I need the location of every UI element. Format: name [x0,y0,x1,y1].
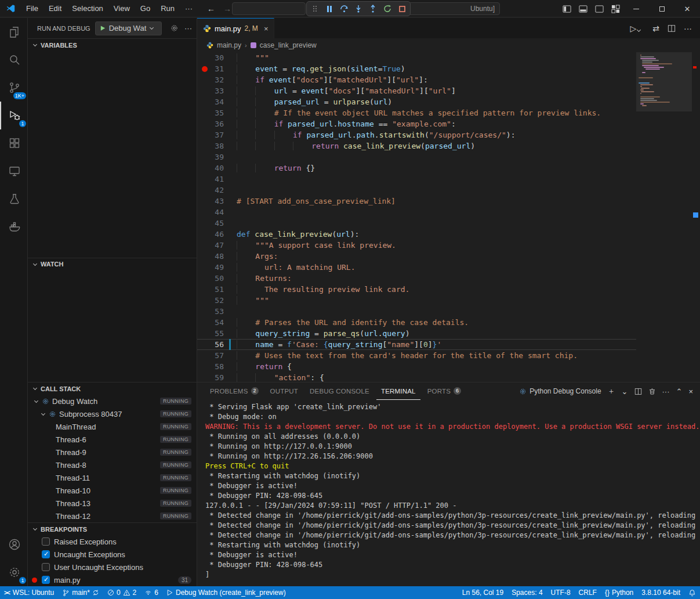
menu-edit[interactable]: Edit [43,0,67,17]
call-stack-row[interactable]: Thread-9RUNNING [28,446,197,459]
panel-tab-ports[interactable]: PORTS6 [423,383,466,400]
language-status[interactable]: {} Python [601,586,637,599]
code-line[interactable]: 48 Args: [197,251,636,262]
accounts-button[interactable] [0,531,28,558]
step-over-icon[interactable] [339,4,349,13]
panel-maximize-icon[interactable]: ⌃ [676,387,683,396]
activity-source-control[interactable]: 1K+ [0,74,28,102]
forward-icon[interactable]: → [223,4,231,13]
drag-handle-icon[interactable] [310,4,320,13]
debug-settings-gear-icon[interactable] [170,24,179,33]
activity-docker[interactable] [0,213,28,241]
tab-main-py[interactable]: main.py 2, M × [197,18,274,38]
code-line[interactable]: 31 event = req.get_json(silent=True) [197,63,636,74]
toggle-secondary-sidebar-icon[interactable] [591,0,607,17]
code-line[interactable]: 40 return {} [197,163,636,174]
code-line[interactable]: 47 """A support case link preview. [197,240,636,251]
back-icon[interactable]: ← [207,4,215,13]
code-line[interactable]: 30 """ [197,52,636,63]
breakpoint-checkbox[interactable] [42,550,50,558]
breakpoint-checkbox[interactable] [42,563,50,571]
code-line[interactable]: 35 # If the event object URL matches a s… [197,107,636,118]
code-line[interactable]: 57 # Uses the text from the card's heade… [197,350,636,361]
git-branch-status[interactable]: main* [58,586,103,599]
activity-testing[interactable] [0,185,28,213]
code-line[interactable]: 51 The resulting preview link card. [197,284,636,295]
menu-file[interactable]: File [21,0,43,17]
code-line[interactable]: 41 [197,174,636,185]
toggle-panel-icon[interactable] [575,0,591,17]
settings-button[interactable]: 1 [0,558,28,586]
activity-extensions[interactable] [0,129,28,157]
command-center-search[interactable] [232,2,306,15]
section-breakpoints[interactable]: BREAKPOINTS [28,522,197,535]
code-line[interactable]: 59 "action": { [197,372,636,382]
pause-icon[interactable] [325,4,334,13]
debug-config-dropdown[interactable]: Debug Wat [95,21,162,35]
activity-explorer[interactable] [0,18,28,46]
step-into-icon[interactable] [354,4,363,13]
terminal-dropdown-icon[interactable]: ⌄ [622,387,628,396]
code-line[interactable]: 45 [197,218,636,229]
activity-remote-explorer[interactable] [0,157,28,185]
code-line[interactable]: 32 if event["docs"]["matchedUrl"]["url"]… [197,74,636,85]
code-line[interactable]: 52 """ [197,295,636,306]
start-debug-icon[interactable] [100,25,106,31]
cursor-position[interactable]: Ln 56, Col 19 [458,586,507,599]
kill-terminal-trash-icon[interactable] [648,388,656,395]
python-interpreter-status[interactable]: 3.8.10 64-bit [637,586,684,599]
remote-indicator[interactable]: >< WSL: Ubuntu [0,586,58,599]
terminal-output[interactable]: * Serving Flask app 'create_link_preview… [197,400,700,586]
restart-icon[interactable] [383,4,392,13]
close-button[interactable]: ✕ [674,0,700,17]
code-line[interactable]: 34 parsed_url = urlparse(url) [197,96,636,107]
debug-session-status[interactable]: Debug Watch (create_link_preview) [162,586,290,599]
section-call-stack[interactable]: CALL STACK [28,382,197,395]
panel-more-icon[interactable]: ··· [662,387,670,396]
breakpoint-row[interactable]: User Uncaught Exceptions [28,561,197,573]
code-line[interactable]: 43# [START add_ons_case_preview_link] [197,196,636,207]
split-editor-icon[interactable] [668,24,676,33]
menu-more[interactable]: ··· [180,0,198,17]
code-line[interactable]: 58 return { [197,361,636,372]
section-watch[interactable]: WATCH [28,258,197,270]
menu-selection[interactable]: Selection [67,0,108,17]
call-stack-row[interactable]: MainThreadRUNNING [28,420,197,433]
code-line[interactable]: 49 url: A matching URL. [197,262,636,273]
code-line[interactable]: 39 [197,151,636,163]
breakpoint-dot-icon[interactable] [202,66,208,72]
encoding-status[interactable]: UTF-8 [547,586,575,599]
ports-status[interactable]: 6 [140,586,162,599]
code-line[interactable]: 44 [197,207,636,218]
call-stack-row[interactable]: Subprocess 80437RUNNING [28,407,197,420]
call-stack-row[interactable]: Debug WatchRUNNING [28,395,197,407]
step-out-icon[interactable] [368,4,378,13]
problems-status[interactable]: 0 2 [103,586,140,599]
call-stack-row[interactable]: Thread-10RUNNING [28,484,197,497]
call-stack-row[interactable]: Thread-8RUNNING [28,459,197,471]
breakpoint-row[interactable]: Raised Exceptions [28,535,197,548]
panel-tab-output[interactable]: OUTPUT [266,383,303,400]
activity-search[interactable] [0,46,28,74]
code-line[interactable]: 53 [197,306,636,317]
open-changes-icon[interactable]: ⇄ [652,24,659,33]
call-stack-row[interactable]: Thread-12RUNNING [28,510,197,522]
indentation-status[interactable]: Spaces: 4 [507,586,546,599]
code-line[interactable]: 56 name = f'Case: {query_string["name"][… [197,339,636,350]
new-terminal-icon[interactable]: ＋ [608,386,615,396]
split-terminal-icon[interactable] [634,388,642,395]
stop-icon[interactable] [397,4,407,13]
call-stack-row[interactable]: Thread-11RUNNING [28,471,197,484]
menu-view[interactable]: View [108,0,135,17]
editor-more-icon[interactable]: ··· [684,24,692,33]
tab-close-icon[interactable]: × [264,24,269,33]
code-line[interactable]: 36 if parsed_url.hostname == "example.co… [197,118,636,129]
notifications-bell[interactable] [684,586,700,599]
views-more-icon[interactable]: ··· [184,24,192,33]
breakpoint-checkbox[interactable] [42,576,50,584]
code-line[interactable]: 54 # Parses the URL and identify the cas… [197,317,636,328]
code-line[interactable]: 46def case_link_preview(url): [197,229,636,240]
code-line[interactable]: 37 if parsed_url.path.startswith("/suppo… [197,129,636,140]
breadcrumb-file[interactable]: main.py [217,41,241,49]
panel-tab-problems[interactable]: PROBLEMS2 [205,383,263,400]
